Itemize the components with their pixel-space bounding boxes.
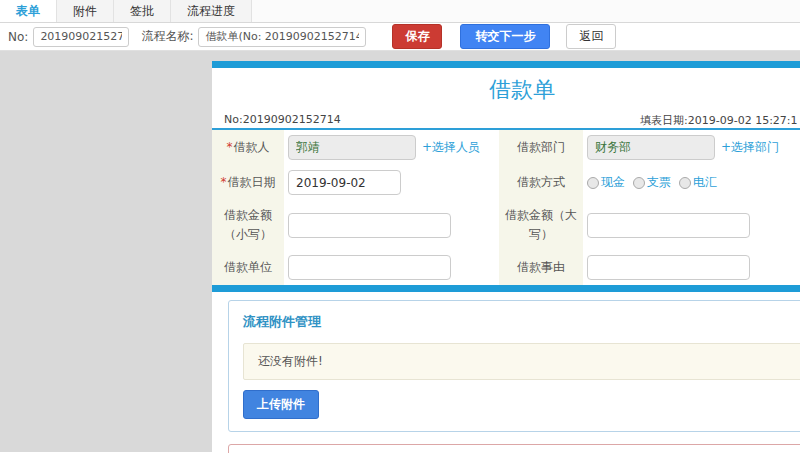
loan-date-cell — [284, 165, 499, 200]
no-input[interactable] — [33, 27, 129, 47]
amount-upper-label: 借款金额（大写） — [499, 200, 583, 250]
department-input[interactable] — [587, 135, 715, 160]
radio-label[interactable]: 现金 — [601, 174, 625, 191]
select-department-link[interactable]: +选择部门 — [721, 139, 779, 156]
tab-attachment[interactable]: 附件 — [57, 0, 114, 22]
flow-name-input[interactable] — [198, 27, 366, 47]
form-fields: *借款人 +选择人员 借款部门 +选择部门 *借款日期 借款方式 — [212, 130, 800, 285]
page-background: 借款单 No:20190902152714 填表日期:2019-09-02 15… — [0, 51, 800, 452]
no-attachment-alert: 还没有附件! — [243, 343, 800, 380]
label-text: 借款事由 — [517, 258, 565, 277]
loan-unit-cell — [284, 250, 499, 285]
form-no: No:20190902152714 — [224, 113, 341, 126]
required-mark: * — [221, 175, 227, 189]
radio-icon[interactable] — [587, 177, 599, 189]
loan-reason-input[interactable] — [587, 255, 750, 280]
radio-label[interactable]: 支票 — [647, 174, 671, 191]
required-mark: * — [227, 140, 233, 154]
label-text: 借款单位 — [224, 258, 272, 277]
label-text: 借款金额（大写） — [504, 206, 578, 244]
tab-bar: 表单 附件 签批 流程进度 — [0, 0, 800, 23]
back-button[interactable]: 返回 — [566, 24, 616, 49]
label-text: 借款方式 — [517, 173, 565, 192]
loan-date-input[interactable] — [288, 170, 401, 195]
label-text: 借款金额（小写） — [217, 206, 279, 244]
label-text: 借款日期 — [228, 175, 276, 189]
form-header: No:20190902152714 填表日期:2019-09-02 15:27:… — [212, 110, 800, 130]
flow-name-label: 流程名称: — [141, 28, 193, 45]
amount-lower-cell — [284, 200, 499, 250]
amount-lower-input[interactable] — [288, 213, 451, 238]
borrower-label: *借款人 — [212, 130, 284, 165]
department-label: 借款部门 — [499, 130, 583, 165]
radio-icon[interactable] — [679, 177, 691, 189]
department-cell: +选择部门 — [583, 130, 800, 165]
form-bottom-bar — [212, 285, 800, 292]
amount-lower-label: 借款金额（小写） — [212, 200, 284, 250]
form-title: 借款单 — [212, 68, 800, 110]
loan-reason-label: 借款事由 — [499, 250, 583, 285]
loan-method-cell: 现金 支票 电汇 — [583, 165, 800, 200]
next-step-button[interactable]: 转交下一步 — [460, 24, 550, 49]
upload-attachment-button[interactable]: 上传附件 — [243, 390, 319, 419]
amount-upper-input[interactable] — [587, 213, 750, 238]
action-toolbar: No: 流程名称: 保存 转交下一步 返回 — [0, 23, 800, 51]
radio-label[interactable]: 电汇 — [693, 174, 717, 191]
form-panel: 借款单 No:20190902152714 填表日期:2019-09-02 15… — [212, 61, 800, 453]
no-label: No: — [8, 30, 28, 44]
tab-progress[interactable]: 流程进度 — [171, 0, 252, 22]
loan-date-label: *借款日期 — [212, 165, 284, 200]
radio-icon[interactable] — [633, 177, 645, 189]
approval-panel: 流程签批意见 B I abc ✐ ∞ ∞ ⚑ ≣ ☰ ⇤ ⇥ — [228, 444, 800, 453]
loan-unit-input[interactable] — [288, 255, 451, 280]
label-text: 借款人 — [234, 140, 270, 154]
borrower-input[interactable] — [288, 135, 416, 160]
label-text: 借款部门 — [517, 138, 565, 157]
loan-method-label: 借款方式 — [499, 165, 583, 200]
panel-top-bar — [212, 61, 800, 68]
radio-option-cash[interactable]: 现金 — [587, 174, 625, 191]
loan-unit-label: 借款单位 — [212, 250, 284, 285]
tab-approval[interactable]: 签批 — [114, 0, 171, 22]
tab-form[interactable]: 表单 — [0, 0, 57, 22]
attachment-heading: 流程附件管理 — [243, 313, 800, 331]
fill-date: 填表日期:2019-09-02 15:27:1 — [640, 113, 798, 128]
borrower-cell: +选择人员 — [284, 130, 499, 165]
loan-reason-cell — [583, 250, 800, 285]
amount-upper-cell — [583, 200, 800, 250]
select-person-link[interactable]: +选择人员 — [422, 139, 480, 156]
save-button[interactable]: 保存 — [392, 24, 442, 49]
radio-option-check[interactable]: 支票 — [633, 174, 671, 191]
attachment-panel: 流程附件管理 还没有附件! 上传附件 — [228, 300, 800, 432]
radio-option-wire[interactable]: 电汇 — [679, 174, 717, 191]
